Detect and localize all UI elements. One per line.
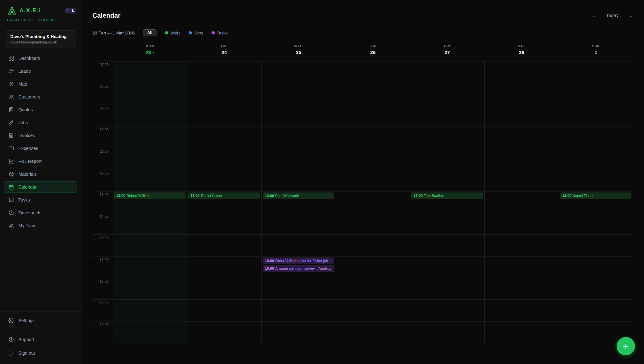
app-window: Λ.X.E.L EVERY LEAD. TRACKED. Dave's Plum…: [0, 0, 644, 364]
add-event-button[interactable]: +: [617, 337, 635, 355]
sidebar-item-jobs[interactable]: Jobs: [4, 117, 77, 128]
logout-icon: [8, 350, 14, 356]
calendar-event-visit[interactable]: 13:00Daniel Green: [188, 192, 260, 199]
event-time: 13:00: [562, 194, 571, 198]
sidebar-item-label: Leads: [18, 69, 31, 74]
time-label: 15:00: [92, 236, 109, 240]
check-square-icon: [8, 197, 14, 203]
sidebar-item-sign-out[interactable]: Sign out: [4, 347, 77, 359]
time-gutter-spacer: [92, 42, 113, 61]
logo-section: Λ.X.E.L EVERY LEAD. TRACKED.: [0, 0, 81, 26]
sidebar-item-tasks[interactable]: Tasks: [4, 194, 77, 206]
calendar-event-task[interactable]: 16:00Arrange wet room survey – Appleton: [263, 265, 334, 272]
filter-label: All: [147, 31, 152, 35]
time-label: 07:00: [92, 63, 109, 67]
main-content: Calendar ← Today → 23 Feb — 1 Mar 2026 A…: [81, 0, 644, 364]
filter-tasks[interactable]: Tasks: [212, 31, 228, 35]
filter-visits[interactable]: Visits: [165, 31, 180, 35]
day-number: 24: [187, 50, 261, 55]
day-gridline: [559, 61, 559, 343]
star-icon: [67, 9, 68, 10]
day-number: 28: [484, 50, 559, 55]
sidebar-item-label: Dashboard: [18, 56, 41, 61]
today-button[interactable]: Today: [606, 13, 619, 18]
business-email: dave@davesplumbing.co.uk: [10, 40, 71, 44]
map-pin-icon: [8, 81, 14, 87]
event-title: Order Vaillant boiler for Fisher job: [275, 259, 328, 263]
day-number: 27: [410, 50, 484, 55]
sidebar-item-p-l-report[interactable]: P&L Report: [4, 155, 77, 167]
sidebar-nav: DashboardLeadsMapCustomersQuotesJobsInvo…: [0, 49, 81, 231]
sidebar-item-label: Customers: [18, 94, 40, 99]
sidebar-item-quotes[interactable]: Quotes: [4, 104, 77, 116]
day-header-thu[interactable]: THU26: [336, 42, 410, 61]
day-header-mon[interactable]: MON23: [113, 42, 187, 61]
sidebar-item-invoices[interactable]: Invoices: [4, 130, 77, 141]
prev-week-button[interactable]: ←: [592, 12, 597, 19]
sidebar-item-materials[interactable]: Materials: [4, 168, 77, 180]
star-icon: [69, 11, 70, 12]
day-gridline: [261, 61, 262, 343]
day-gridline: [484, 61, 485, 343]
day-header-sat[interactable]: SAT28: [484, 42, 559, 61]
business-card[interactable]: Dave's Plumbing & Heating dave@davesplum…: [5, 30, 76, 48]
sidebar: Λ.X.E.L EVERY LEAD. TRACKED. Dave's Plum…: [0, 0, 81, 364]
calendar-event-task[interactable]: 16:00Order Vaillant boiler for Fisher jo…: [263, 257, 334, 264]
calendar-event-visit[interactable]: 13:00Naomi Fisher: [560, 192, 631, 199]
sidebar-item-calendar[interactable]: Calendar: [4, 181, 77, 193]
calendar-event-visit[interactable]: 13:00Paul Whitworth: [263, 192, 334, 199]
time-label: 18:00: [92, 301, 109, 305]
sidebar-item-label: Support: [18, 337, 34, 342]
sidebar-footer: SupportSign out: [0, 330, 81, 364]
file-text-icon: [8, 133, 14, 138]
filter-all[interactable]: All: [143, 29, 156, 36]
day-number: 1: [559, 50, 633, 55]
day-gridline: [187, 61, 187, 343]
filter-label: Jobs: [194, 31, 203, 35]
hour-gridline: [92, 126, 633, 126]
sidebar-item-label: Jobs: [18, 120, 28, 125]
hour-gridline: [92, 148, 633, 148]
clock-icon: [8, 210, 14, 216]
day-header-sun[interactable]: SUN1: [559, 42, 633, 61]
calendar-event-visit[interactable]: 13:00Tom Bradley: [411, 192, 483, 199]
next-week-button[interactable]: →: [628, 12, 633, 19]
sidebar-item-timesheets[interactable]: Timesheets: [4, 207, 77, 219]
sidebar-item-label: Quotes: [18, 107, 33, 112]
calendar-grid[interactable]: 07:0008:0009:0010:0011:0012:0013:0014:00…: [92, 61, 633, 343]
sidebar-item-dashboard[interactable]: Dashboard: [4, 52, 77, 64]
sidebar-item-leads[interactable]: Leads: [4, 65, 77, 77]
users-icon: [8, 94, 14, 100]
sidebar-item-expenses[interactable]: Expenses: [4, 143, 77, 154]
gear-icon: [8, 318, 14, 323]
filter-jobs[interactable]: Jobs: [189, 31, 203, 35]
event-time: 13:00: [265, 194, 274, 198]
event-type-filters: AllVisitsJobsTasks: [143, 29, 228, 36]
time-label: 16:00: [92, 258, 109, 262]
brand-name: Λ.X.E.L: [20, 7, 43, 14]
sidebar-item-settings[interactable]: Settings: [4, 315, 77, 326]
event-title: Arrange wet room survey – Appleton: [275, 266, 333, 270]
hammer-icon: [8, 120, 14, 126]
event-title: Robert Williams: [127, 194, 151, 198]
chart-icon: [8, 158, 14, 164]
time-label: 14:00: [92, 214, 109, 218]
sidebar-item-label: P&L Report: [18, 159, 42, 164]
theme-toggle[interactable]: [64, 8, 76, 14]
sidebar-item-map[interactable]: Map: [4, 78, 77, 90]
sidebar-item-my-team[interactable]: My Team: [4, 220, 77, 231]
event-time: 13:00: [413, 194, 422, 198]
sidebar-item-support[interactable]: Support: [4, 334, 77, 345]
time-label: 08:00: [92, 84, 109, 88]
day-header-fri[interactable]: FRI27: [410, 42, 484, 61]
axel-logo-icon: [7, 6, 17, 15]
settings-section: Settings: [0, 312, 81, 330]
sidebar-item-label: Invoices: [18, 133, 35, 138]
sidebar-item-customers[interactable]: Customers: [4, 91, 77, 103]
calendar-event-visit[interactable]: 13:00Robert Williams: [114, 192, 185, 199]
day-header-tue[interactable]: TUE24: [187, 42, 261, 61]
filter-label: Tasks: [217, 31, 228, 35]
time-label: 19:00: [92, 323, 109, 327]
day-header-wed[interactable]: WED25: [261, 42, 336, 61]
hour-gridline: [92, 170, 633, 170]
